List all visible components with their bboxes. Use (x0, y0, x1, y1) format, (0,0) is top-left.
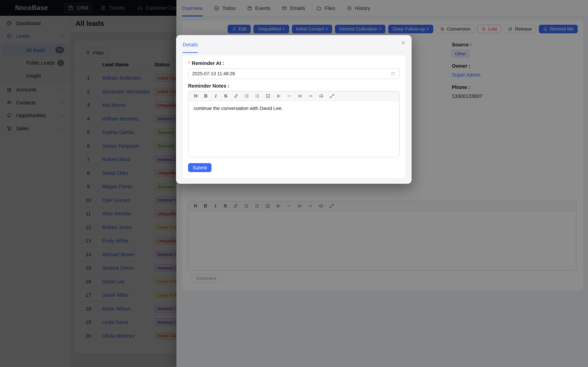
screen: NocoBase CRMTicketsCustomer Center Dashb… (0, 0, 588, 367)
toolbar-quote-button[interactable] (276, 93, 281, 99)
reminder-details-modal: Details Reminder At : 2025-07-13 11:48:2… (176, 35, 412, 184)
modal-tab-bar: Details (182, 36, 405, 53)
modal-form-card: Reminder At : 2025-07-13 11:48:26 Remind… (182, 56, 405, 178)
toolbar-bold-button[interactable]: B (204, 93, 208, 99)
toolbar-inline-code-button[interactable] (308, 93, 313, 99)
toolbar-task-list-button[interactable] (266, 93, 271, 99)
submit-button[interactable]: Submit (188, 163, 211, 172)
notes-editor-toolbar: HBIS123 (189, 91, 399, 101)
reminder-notes-editor: HBIS123 continue the conversation with D… (188, 91, 399, 157)
toolbar-code-block-button[interactable] (297, 93, 303, 99)
notes-editor-content[interactable]: continue the conversation with David Lee… (189, 101, 399, 157)
svg-text:3: 3 (255, 97, 256, 98)
reminder-notes-label: Reminder Notes : (188, 83, 229, 89)
reminder-at-input[interactable]: 2025-07-13 11:48:26 (188, 68, 399, 79)
toolbar-fullscreen-button[interactable] (329, 93, 335, 99)
toolbar-upload-button[interactable] (319, 93, 324, 99)
toolbar-strikethrough-button[interactable]: S (224, 93, 228, 99)
reminder-at-label: Reminder At : (188, 60, 224, 66)
toolbar-unordered-list-button[interactable] (244, 93, 249, 99)
toolbar-heading-button[interactable]: H (194, 93, 198, 99)
viewport: NocoBase CRMTicketsCustomer Center Dashb… (0, 0, 588, 367)
toolbar-italic-button[interactable]: I (214, 93, 218, 99)
toolbar-ordered-list-button[interactable]: 123 (255, 93, 260, 99)
tab-details[interactable]: Details (182, 36, 198, 53)
toolbar-horizontal-rule-button[interactable] (287, 93, 292, 99)
reminder-at-value: 2025-07-13 11:48:26 (192, 71, 235, 76)
calendar-icon (391, 71, 395, 76)
toolbar-link-button[interactable] (233, 93, 239, 99)
